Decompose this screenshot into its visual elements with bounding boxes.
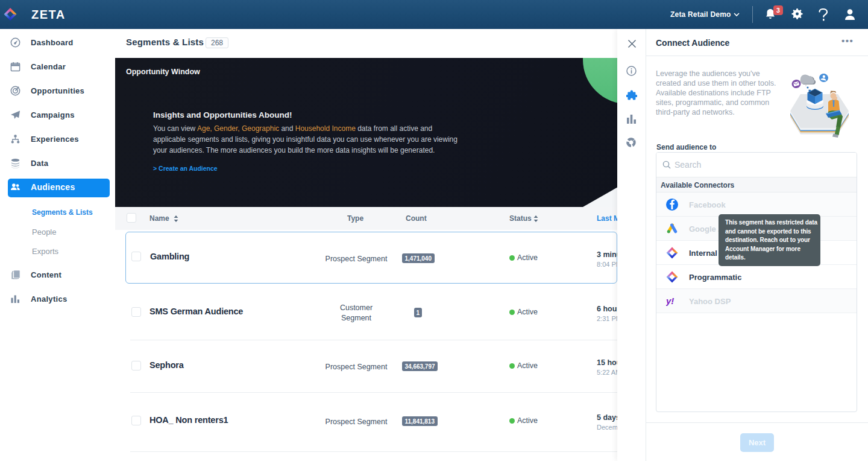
- svg-text:y!: y!: [666, 296, 674, 306]
